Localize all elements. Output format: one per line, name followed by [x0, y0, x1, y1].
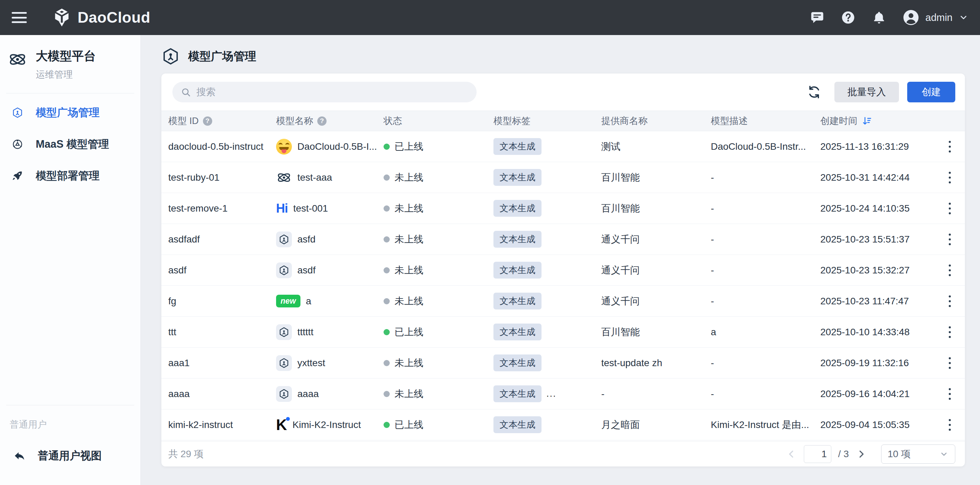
- model-name-cell: test-aaa: [276, 170, 383, 185]
- model-name-cell: Hitest-001: [276, 201, 383, 216]
- provider: test-update zh: [601, 357, 711, 369]
- hexagon-person-icon: [12, 107, 23, 118]
- status-cell: 未上线: [383, 202, 493, 215]
- sidebar-item-label: MaaS 模型管理: [36, 137, 109, 152]
- model-id: test-remove-1: [168, 203, 276, 214]
- default-model-icon: [276, 355, 292, 371]
- next-page-button[interactable]: [856, 448, 867, 459]
- model-name: DaoCloud-0.5B-I...: [298, 141, 377, 152]
- col-model-id[interactable]: 模型 ID: [168, 115, 199, 127]
- provider: 通义千问: [601, 295, 711, 308]
- status-dot: [383, 329, 390, 335]
- tags-cell: 文本生成: [493, 200, 601, 217]
- col-description[interactable]: 模型描述: [711, 115, 748, 127]
- status-cell: 未上线: [383, 388, 493, 400]
- table-body: daocloud-0.5b-instructDaoCloud-0.5B-I...…: [161, 131, 965, 440]
- model-name-cell: asfd: [276, 231, 383, 247]
- row-actions-kebab[interactable]: [942, 139, 958, 155]
- row-actions-kebab[interactable]: [942, 169, 958, 186]
- product-subtitle: 运维管理: [36, 69, 96, 81]
- hi-logo-icon: Hi: [276, 201, 288, 216]
- brand-name: DaoCloud: [78, 9, 150, 26]
- hexagon-person-icon: [161, 47, 180, 65]
- create-button[interactable]: 创建: [907, 82, 955, 102]
- description: -: [711, 265, 820, 276]
- row-actions-kebab[interactable]: [942, 324, 958, 340]
- bulk-import-button[interactable]: 批量导入: [834, 82, 899, 102]
- user-section-label: 普通用户: [0, 418, 140, 431]
- user-menu[interactable]: admin: [903, 9, 968, 26]
- chat-icon[interactable]: [810, 10, 824, 25]
- top-bar: DaoCloud admin: [0, 0, 980, 35]
- help-circle-icon[interactable]: [841, 10, 855, 25]
- menu-hamburger-icon[interactable]: [12, 11, 27, 24]
- notification-bell-icon[interactable]: [872, 10, 886, 25]
- status-label: 未上线: [395, 171, 423, 184]
- refresh-button[interactable]: [807, 85, 821, 99]
- sidebar: 大模型平台 运维管理 模型广场管理 MaaS 模型管理: [0, 35, 141, 485]
- col-provider[interactable]: 提供商名称: [601, 115, 648, 127]
- model-name-cell: tttttt: [276, 324, 383, 340]
- search-box[interactable]: [172, 82, 477, 102]
- sidebar-item-model-deployment[interactable]: 模型部署管理: [0, 160, 140, 191]
- tags-cell: 文本生成...: [493, 385, 601, 402]
- row-actions-kebab[interactable]: [942, 200, 958, 217]
- search-input[interactable]: [196, 86, 468, 98]
- page-title: 模型广场管理: [188, 49, 256, 64]
- status-label: 未上线: [395, 388, 423, 400]
- status-label: 已上线: [395, 325, 423, 339]
- status-dot: [383, 298, 390, 304]
- model-tag: 文本生成: [493, 293, 541, 310]
- sort-descending-icon[interactable]: [862, 115, 872, 126]
- page-input[interactable]: [804, 445, 831, 463]
- model-id: daocloud-0.5b-instruct: [168, 141, 276, 152]
- prev-page-button[interactable]: [786, 448, 797, 459]
- col-model-tags[interactable]: 模型标签: [493, 115, 531, 127]
- rocket-icon: [12, 170, 23, 182]
- model-tag: 文本生成: [493, 138, 541, 155]
- row-actions-kebab[interactable]: [942, 262, 958, 279]
- table-row: fgnewa未上线文本生成通义千问-2025-10-23 11:47:47: [161, 286, 965, 317]
- status-dot: [383, 267, 390, 273]
- model-name: aaaa: [298, 388, 319, 399]
- help-question-icon[interactable]: [317, 116, 326, 126]
- table-header: 模型 ID 模型名称 状态 模型标签 提供商名称 模型描述 创建时间: [161, 111, 965, 131]
- row-actions-kebab[interactable]: [942, 293, 958, 310]
- table-footer: 共 29 项 / 3 10 项: [161, 441, 965, 466]
- col-model-name[interactable]: 模型名称: [276, 115, 313, 127]
- col-status[interactable]: 状态: [383, 115, 402, 127]
- model-name-cell: KKimi-K2-Instruct: [276, 417, 383, 433]
- row-actions-kebab[interactable]: [942, 355, 958, 371]
- model-tag: 文本生成: [493, 324, 541, 340]
- model-id: aaaa: [168, 388, 276, 399]
- tags-cell: 文本生成: [493, 324, 601, 340]
- topbar-actions: admin: [794, 9, 968, 26]
- description: a: [711, 327, 820, 338]
- created-at: 2025-09-19 11:32:16: [820, 357, 936, 369]
- page-size-select[interactable]: 10 项: [881, 445, 955, 464]
- description: -: [711, 172, 820, 183]
- actions-cell: [936, 324, 958, 340]
- sidebar-item-maas-models[interactable]: MaaS 模型管理: [0, 128, 140, 160]
- col-created-at[interactable]: 创建时间: [820, 115, 858, 127]
- sidebar-item-normal-user-view[interactable]: 普通用户视图: [0, 448, 140, 463]
- description: DaoCloud-0.5B-Instr...: [711, 141, 820, 152]
- status-label: 已上线: [395, 418, 423, 431]
- sidebar-item-model-square[interactable]: 模型广场管理: [0, 97, 140, 128]
- row-actions-kebab[interactable]: [942, 416, 958, 433]
- tags-cell: 文本生成: [493, 138, 601, 155]
- model-name: yxttest: [298, 357, 325, 369]
- default-model-icon: [276, 231, 292, 247]
- row-actions-kebab[interactable]: [942, 231, 958, 248]
- row-actions-kebab[interactable]: [942, 386, 958, 402]
- model-name: tttttt: [298, 327, 313, 338]
- help-question-icon[interactable]: [203, 116, 212, 126]
- platform-atom-icon: [8, 49, 27, 69]
- search-icon: [181, 87, 191, 97]
- brand[interactable]: DaoCloud: [51, 7, 150, 28]
- default-model-icon: [276, 324, 292, 340]
- model-name: asfd: [298, 234, 315, 245]
- model-tag: 文本生成: [493, 200, 541, 217]
- table-row: asdfadfasfd未上线文本生成通义千问-2025-10-23 15:51:…: [161, 224, 965, 255]
- sidebar-divider: [6, 405, 134, 405]
